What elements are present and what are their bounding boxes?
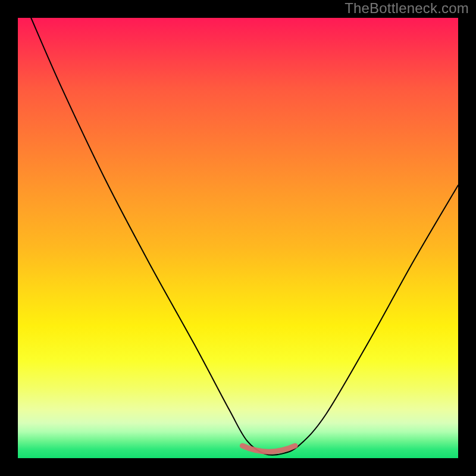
chart-overlay [18,18,458,458]
optimal-band-marker [242,446,295,452]
plot-area [18,18,458,458]
chart-frame: TheBottleneck.com [0,0,476,476]
watermark-label: TheBottleneck.com [345,0,469,17]
bottleneck-curve [31,18,458,455]
